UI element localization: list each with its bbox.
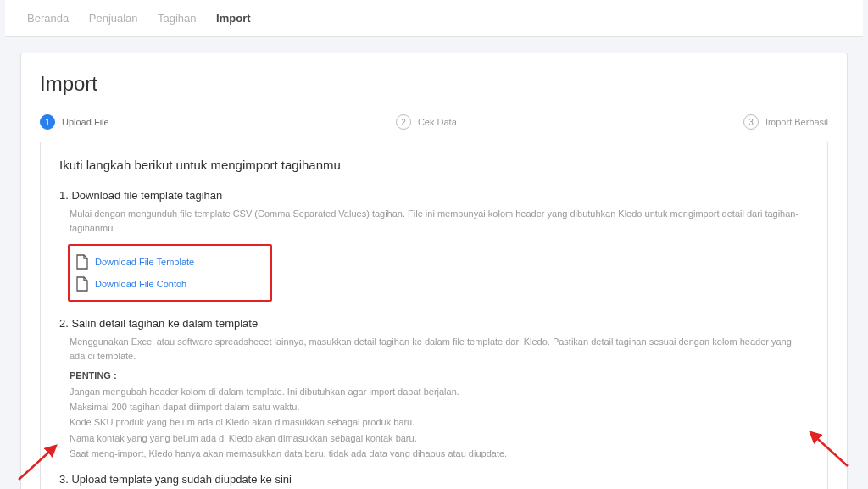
step-import-berhasil: 3 Import Berhasil — [743, 114, 828, 130]
instructions-panel: Ikuti langkah berikut untuk mengimport t… — [40, 142, 828, 489]
section-2-heading: 2. Salin detail tagihan ke dalam templat… — [59, 317, 809, 330]
wizard-steps: 1 Upload File 2 Cek Data 3 Import Berhas… — [21, 114, 847, 130]
step-number: 1 — [40, 114, 55, 130]
file-icon — [76, 276, 88, 292]
important-item: Nama kontak yang yang belum ada di Kledo… — [70, 431, 809, 446]
download-template-link[interactable]: Download File Template — [76, 251, 194, 273]
breadcrumb-sep: - — [204, 12, 208, 25]
breadcrumb-sep: - — [146, 12, 149, 25]
section-1-text: Mulai dengan mengunduh file template CSV… — [70, 207, 809, 236]
import-card: Import 1 Upload File 2 Cek Data 3 Import… — [20, 53, 848, 489]
step-label: Upload File — [62, 117, 109, 127]
important-label: PENTING : — [70, 370, 809, 381]
important-list: Jangan mengubah header kolom di dalam te… — [70, 384, 809, 461]
step-cek-data: 2 Cek Data — [396, 114, 457, 130]
step-number: 3 — [743, 114, 759, 130]
section-2-text: Menggunakan Excel atau software spreadsh… — [70, 335, 809, 364]
file-icon — [76, 254, 88, 270]
download-contoh-link[interactable]: Download File Contoh — [76, 273, 194, 295]
download-links-highlight: Download File Template Download File Con… — [68, 244, 272, 302]
page-title: Import — [21, 72, 847, 96]
section-3-heading: 3. Upload template yang sudah diupdate k… — [59, 473, 809, 486]
step-label: Import Berhasil — [765, 117, 828, 127]
important-item: Kode SKU produk yang belum ada di Kledo … — [70, 414, 809, 430]
breadcrumb-tagihan[interactable]: Tagihan — [158, 12, 197, 25]
instruction-heading: Ikuti langkah berikut untuk mengimport t… — [59, 158, 809, 172]
breadcrumb-sep: - — [77, 12, 81, 25]
breadcrumb-penjualan[interactable]: Penjualan — [89, 12, 138, 25]
breadcrumb: Beranda - Penjualan - Tagihan - Import — [5, 0, 863, 37]
step-label: Cek Data — [418, 117, 457, 127]
step-number: 2 — [396, 114, 411, 130]
important-item: Maksimal 200 tagihan dapat diimport dala… — [70, 399, 809, 414]
section-1-heading: 1. Download file template tagihan — [59, 189, 809, 202]
download-contoh-label: Download File Contoh — [95, 279, 186, 289]
important-item: Saat meng-import, Kledo hanya akan memas… — [70, 446, 809, 461]
download-template-label: Download File Template — [95, 257, 194, 267]
important-item: Jangan mengubah header kolom di dalam te… — [70, 384, 809, 399]
breadcrumb-beranda[interactable]: Beranda — [27, 12, 69, 25]
step-upload-file[interactable]: 1 Upload File — [40, 114, 109, 130]
breadcrumb-current: Import — [216, 12, 250, 25]
